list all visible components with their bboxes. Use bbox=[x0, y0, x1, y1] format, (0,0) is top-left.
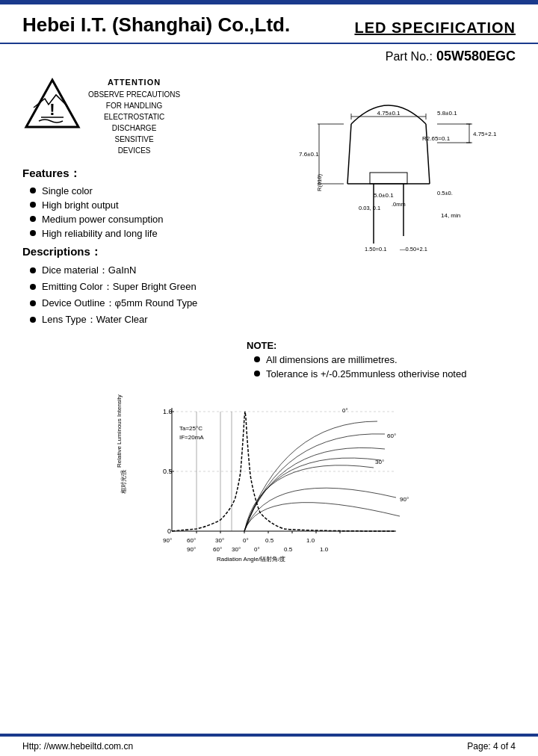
company-name: Hebei I.T. (Shanghai) Co.,Ltd. bbox=[22, 13, 290, 37]
svg-text:R2.65=0.1: R2.65=0.1 bbox=[422, 135, 451, 142]
svg-text:30°: 30° bbox=[215, 537, 224, 544]
attention-triangle: ! bbox=[22, 76, 82, 138]
footer-page: Page: 4 of 4 bbox=[467, 741, 516, 752]
attention-line-6: DEVICES bbox=[88, 145, 180, 156]
list-item: Tolerance is +/-0.25mmunless otherivise … bbox=[254, 368, 466, 379]
footer: Http: //www.hebeiltd.com.cn Page: 4 of 4 bbox=[0, 734, 538, 756]
bullet-icon bbox=[30, 188, 36, 193]
attention-line-1: OBSERVE PRECAUTIONS bbox=[88, 89, 180, 100]
svg-text:0: 0 bbox=[167, 527, 171, 535]
right-column: 4.75±0.1 5.8±0.1 4.75+2.1 R2.65=0.1 bbox=[262, 72, 516, 332]
svg-text:0.5: 0.5 bbox=[265, 537, 274, 544]
svg-text:R(010): R(010) bbox=[316, 174, 323, 191]
bullet-icon bbox=[254, 371, 260, 377]
attention-line-5: SENSITIVE bbox=[88, 134, 180, 145]
svg-line-4 bbox=[426, 124, 430, 184]
bullet-icon bbox=[254, 356, 260, 362]
svg-text:90°: 90° bbox=[163, 537, 172, 544]
list-item: Medium power consumption bbox=[30, 214, 262, 225]
svg-text:0°: 0° bbox=[342, 407, 348, 414]
note-title: NOTE: bbox=[247, 340, 466, 351]
list-item: Single color bbox=[30, 185, 262, 196]
bullet-icon bbox=[30, 202, 36, 208]
list-item: Dice material：GaInN bbox=[30, 264, 262, 277]
list-item: Lens Type：Water Clear bbox=[30, 313, 262, 326]
svg-text:5.8±0.1: 5.8±0.1 bbox=[437, 110, 457, 117]
svg-text:0.5: 0.5 bbox=[284, 546, 293, 553]
attention-line-4: DISCHARGE bbox=[88, 123, 180, 134]
features-list: Single color High bright output Medium p… bbox=[30, 185, 262, 239]
bullet-icon bbox=[30, 216, 36, 222]
footer-content: Http: //www.hebeiltd.com.cn Page: 4 of 4 bbox=[0, 737, 538, 756]
header: Hebei I.T. (Shanghai) Co.,Ltd. LED SPECI… bbox=[0, 4, 538, 44]
attention-line-3: ELECTROSTATIC bbox=[88, 111, 180, 123]
footer-url: Http: //www.hebeiltd.com.cn bbox=[22, 741, 133, 752]
part-label: Part No.: bbox=[386, 50, 433, 63]
svg-line-3 bbox=[347, 124, 351, 184]
svg-text:0.03, 0.1: 0.03, 0.1 bbox=[359, 205, 380, 211]
attention-line-2: FOR HANDLING bbox=[88, 100, 180, 111]
list-item: High reliability and long life bbox=[30, 228, 262, 239]
bullet-icon bbox=[30, 300, 36, 306]
svg-text:1.0: 1.0 bbox=[320, 546, 329, 553]
bullet-icon bbox=[30, 317, 36, 323]
svg-text:60°: 60° bbox=[187, 537, 196, 544]
svg-text:60°: 60° bbox=[387, 433, 396, 439]
spec-title: LED SPECIFICATION bbox=[354, 19, 516, 37]
descriptions-title: Descriptions： bbox=[22, 245, 262, 259]
svg-text:IF=20mA: IF=20mA bbox=[179, 434, 204, 441]
note-list: All dimensions are millimetres. Toleranc… bbox=[254, 354, 466, 379]
list-item: High bright output bbox=[30, 199, 262, 211]
svg-text:4.75+2.1: 4.75+2.1 bbox=[473, 131, 497, 137]
descriptions-list: Dice material：GaInN Emitting Color：Super… bbox=[30, 264, 262, 326]
svg-text:14, min: 14, min bbox=[441, 212, 460, 219]
svg-text:4.75±0.1: 4.75±0.1 bbox=[377, 110, 401, 117]
svg-text:7.6±0.1: 7.6±0.1 bbox=[299, 151, 319, 158]
note-section: NOTE: All dimensions are millimetres. To… bbox=[0, 340, 538, 385]
svg-text:—0.50+2.1: —0.50+2.1 bbox=[400, 246, 427, 252]
part-number-row: Part No.: 05W580EGC bbox=[0, 44, 538, 69]
attention-box: ! ATTENTION OBSERVE PRECAUTIONS FOR HAND… bbox=[22, 76, 262, 156]
list-item: Device Outline：φ5mm Round Type bbox=[30, 297, 262, 310]
bullet-icon bbox=[30, 230, 36, 236]
svg-text:1.50=0.1: 1.50=0.1 bbox=[365, 246, 386, 252]
svg-text:5.0±0.1: 5.0±0.1 bbox=[374, 192, 394, 199]
svg-text:90°: 90° bbox=[400, 496, 409, 503]
left-column: ! ATTENTION OBSERVE PRECAUTIONS FOR HAND… bbox=[22, 72, 262, 332]
svg-text:0°: 0° bbox=[243, 537, 249, 544]
attention-title: ATTENTION bbox=[88, 76, 180, 89]
features-title: Features： bbox=[22, 167, 262, 181]
list-item: All dimensions are millimetres. bbox=[254, 354, 466, 365]
list-item: Emitting Color：Super Bright Green bbox=[30, 280, 262, 294]
svg-text:0.5±0.: 0.5±0. bbox=[437, 190, 453, 196]
bullet-icon bbox=[30, 284, 36, 290]
svg-text:Relative Luminous Intensity: Relative Luminous Intensity bbox=[116, 394, 123, 468]
main-content: ! ATTENTION OBSERVE PRECAUTIONS FOR HAND… bbox=[0, 72, 538, 332]
attention-text: ATTENTION OBSERVE PRECAUTIONS FOR HANDLI… bbox=[88, 76, 180, 156]
part-number: 05W580EGC bbox=[436, 49, 516, 63]
led-diagram: 4.75±0.1 5.8±0.1 4.75+2.1 R2.65=0.1 bbox=[276, 79, 501, 288]
svg-text:.0mm: .0mm bbox=[392, 201, 406, 208]
page: Hebei I.T. (Shanghai) Co.,Ltd. LED SPECI… bbox=[0, 0, 538, 756]
chart-section: Relative Luminous Intensity 相对光强 1.0 0.5… bbox=[0, 385, 538, 580]
svg-text:30°: 30° bbox=[232, 546, 241, 553]
svg-text:Ta=25°C: Ta=25°C bbox=[179, 425, 202, 432]
svg-text:1.0: 1.0 bbox=[306, 537, 315, 544]
svg-text:30°: 30° bbox=[375, 459, 384, 465]
svg-rect-8 bbox=[370, 173, 407, 184]
svg-text:Radiation Angle/辐射角/度: Radiation Angle/辐射角/度 bbox=[217, 556, 286, 563]
svg-text:相对光强: 相对光强 bbox=[120, 470, 127, 494]
svg-text:0°: 0° bbox=[254, 546, 260, 553]
svg-text:60°: 60° bbox=[213, 546, 222, 553]
svg-text:90°: 90° bbox=[187, 546, 196, 553]
bullet-icon bbox=[30, 267, 36, 273]
